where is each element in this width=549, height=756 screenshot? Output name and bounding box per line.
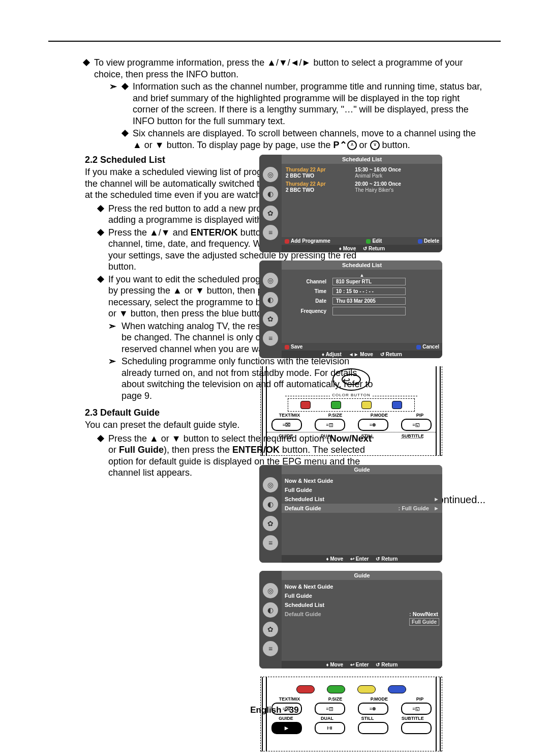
channel-label: Channel [286, 279, 332, 284]
row1-day: Thursday 22 Apr [286, 181, 326, 187]
cancel-label: Cancel [422, 344, 439, 350]
remote-pmode-button: ≡⊗ [358, 419, 388, 431]
delete-label: Delete [424, 238, 439, 244]
sidebar-sound-icon: ◐ [263, 497, 278, 512]
remote-psize-label: P.SIZE [328, 696, 342, 702]
move-label: Move [330, 662, 343, 667]
intro-sub2: Six channels are displayed. To scroll be… [133, 128, 485, 151]
remote-guide-button: ▶ [271, 722, 302, 734]
remote-red-button [296, 685, 315, 693]
return-label: Return [381, 556, 398, 562]
bullet-diamond-icon [97, 434, 104, 442]
move-label: Move [360, 352, 373, 357]
sidebar-channel-icon: ✿ [263, 622, 278, 637]
blue-dot-icon [418, 239, 422, 244]
sidebar-channel-icon: ✿ [263, 206, 278, 221]
scheduled-list-item: Scheduled List [285, 602, 324, 608]
sidebar-setup-icon: ≡ [263, 225, 278, 240]
move-label: Move [330, 556, 343, 562]
sidebar-setup-icon: ≡ [263, 331, 278, 346]
now-next-guide-item: Now & Next Guide [285, 478, 333, 484]
option-now-next: Now/Next [413, 611, 438, 617]
note-arrow-icon: ➣ [108, 356, 121, 401]
sidebar-setup-icon: ≡ [263, 641, 278, 656]
default-guide-item: Default Guide [285, 611, 321, 617]
remote-green-button [327, 685, 345, 693]
row1-ch: 2 BBC TWO [286, 187, 314, 193]
scroll-up-icon: ▲ [286, 273, 438, 278]
remote-psize-label: P.SIZE [328, 413, 342, 418]
remote-still-label: STILL [361, 716, 374, 721]
remote-blue-button [388, 685, 406, 693]
panel-title: Scheduled List [282, 260, 442, 270]
default-guide-value: : Full Guide [398, 505, 429, 511]
remote-textmix-label: TEXT/MIX [279, 696, 300, 702]
note-arrow-icon: ➣ [108, 321, 121, 355]
scheduled-list-panel: ◎ ◐ ✿ ≡ Scheduled List Thursday 22 Apr 2… [259, 155, 442, 252]
adjust-label: Adjust [326, 352, 342, 357]
now-next-guide-item: Now & Next Guide [285, 584, 333, 590]
remote-still-label: STILL [361, 433, 374, 439]
bullet-diamond-icon [97, 228, 104, 236]
green-dot-icon [366, 239, 371, 244]
remote-guide-label: GUIDE [279, 433, 293, 439]
enter-button-icon: ↩ [342, 374, 361, 385]
save-label: Save [291, 344, 302, 350]
sidebar-setup-icon: ≡ [263, 535, 278, 550]
chevron-right-icon: ► [434, 496, 439, 502]
bullet-diamond-icon [83, 59, 90, 66]
return-label: Return [369, 246, 385, 251]
row1-prog: The Hairy Biker's [355, 187, 393, 193]
bullet-diamond-icon [121, 130, 129, 137]
color-button-label: COLOR BUTTON [330, 393, 372, 397]
bullet-diamond-icon [97, 275, 104, 282]
sidebar-channel-icon: ✿ [263, 516, 278, 531]
scheduled-list-edit-panel: ◎ ◐ ✿ ≡ Scheduled List ▲ Channel810 Supe… [259, 260, 442, 358]
remote-textmix-button: ≡⌧ [271, 419, 302, 431]
remote-blue-button [392, 401, 402, 409]
time-value: 10 : 15 to - - : - - [332, 287, 406, 295]
frequency-value [332, 307, 406, 315]
return-label: Return [381, 662, 398, 667]
sidebar-channel-icon: ✿ [263, 311, 278, 327]
enter-label: Enter [356, 556, 369, 562]
remote-dual-label: DUAL [321, 433, 333, 439]
red-dot-icon [285, 345, 289, 350]
remote-pip-label: PIP [416, 696, 424, 702]
guide-panel-1: ◎ ◐ ✿ ≡ Guide Now & Next Guide Full Guid… [259, 465, 442, 563]
edit-label: Edit [372, 238, 382, 244]
sidebar-sound-icon: ◐ [263, 602, 278, 618]
page-footer: English - 39 [0, 705, 549, 715]
return-label: Return [386, 352, 402, 357]
default-guide-item: Default Guide [285, 505, 321, 511]
add-programme-label: Add Programme [291, 238, 330, 244]
remote-yellow-button [357, 685, 376, 693]
intro-sub1: Information such as the channel number, … [133, 81, 485, 127]
sidebar-sound-icon: ◐ [263, 186, 278, 201]
sidebar-sound-icon: ◐ [263, 292, 278, 307]
panel-title: Guide [282, 571, 442, 580]
row1-time: 20:00 ~ 21:00 Once [355, 181, 401, 187]
date-value: Thu 03 Mar 2005 [332, 297, 406, 305]
remote-dual-button: I·II [315, 722, 345, 734]
bullet-diamond-icon [97, 205, 104, 212]
blue-dot-icon [416, 345, 421, 350]
panel-title: Scheduled List [282, 155, 442, 164]
remote-subtitle-label: SUBTITLE [402, 716, 424, 721]
top-rule [48, 41, 501, 42]
sidebar-picture-icon: ◎ [263, 583, 278, 598]
option-full-guide: Full Guide [409, 618, 439, 626]
channel-value: 810 Super RTL [332, 278, 406, 285]
row0-day: Thursday 22 Apr [286, 167, 326, 172]
dpad-ring-icon: ↩ [332, 368, 370, 391]
enter-label: Enter [356, 662, 369, 667]
remote-red-button [300, 401, 311, 409]
full-guide-item: Full Guide [285, 593, 312, 599]
remote-diagram-1: ↩ COLOR BUTTON TEXT/MIX P.SIZE P.MODE PI… [260, 366, 442, 456]
frequency-label: Frequency [286, 308, 332, 314]
bullet-diamond-icon [121, 83, 129, 90]
scheduled-list-item: Scheduled List [285, 496, 324, 502]
intro-text: To view programme information, press the… [94, 57, 463, 79]
remote-subtitle-label: SUBTITLE [402, 433, 424, 439]
sidebar-picture-icon: ◎ [263, 273, 278, 288]
